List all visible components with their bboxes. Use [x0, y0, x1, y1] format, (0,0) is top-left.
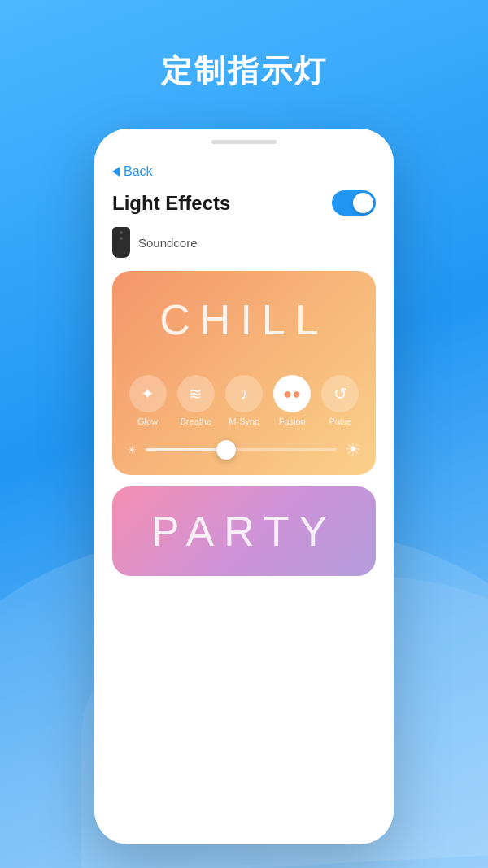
device-name: Soundcore [138, 236, 198, 250]
device-row: Soundcore [112, 227, 376, 258]
effect-icons-row: ✦ Glow ≋ Breathe ♪ M-Sync ●● Fusion [112, 369, 376, 431]
fusion-icon-circle: ●● [273, 375, 311, 412]
party-label: PARTY [151, 507, 338, 556]
breathe-icon-circle: ≋ [177, 375, 215, 412]
party-card: PARTY [112, 486, 376, 576]
chill-card: CHILL ✦ Glow ≋ Breathe ♪ M-Sync [112, 271, 376, 475]
pulse-label: Pulse [329, 417, 352, 426]
toggle-knob [353, 193, 373, 213]
phone-notch [211, 140, 277, 144]
back-label: Back [124, 164, 153, 179]
toggle-switch[interactable] [332, 190, 376, 216]
phone-screen: Back Light Effects Soundcore CHILL [94, 155, 394, 844]
glow-label: Glow [137, 417, 158, 426]
brightness-max-icon: ☀ [345, 439, 361, 460]
brightness-min-icon: ☀ [127, 443, 137, 456]
msync-label: M-Sync [229, 417, 259, 426]
pulse-icon-circle: ↺ [321, 375, 359, 412]
phone-frame: Back Light Effects Soundcore CHILL [94, 129, 394, 844]
msync-effect[interactable]: ♪ M-Sync [225, 375, 263, 426]
brightness-slider-row: ☀ ☀ [112, 431, 376, 475]
glow-effect[interactable]: ✦ Glow [129, 375, 167, 426]
back-chevron-icon [112, 167, 120, 177]
breathe-effect[interactable]: ≋ Breathe [177, 375, 215, 426]
slider-fill [146, 448, 226, 451]
back-button[interactable]: Back [112, 164, 376, 179]
chill-label: CHILL [159, 295, 328, 344]
light-effects-title: Light Effects [112, 192, 230, 215]
slider-thumb[interactable] [216, 440, 236, 460]
pulse-effect[interactable]: ↺ Pulse [321, 375, 359, 426]
fusion-label: Fusion [279, 417, 306, 426]
header-row: Light Effects [112, 190, 376, 216]
page-title: 定制指示灯 [0, 0, 488, 92]
fusion-effect[interactable]: ●● Fusion [273, 375, 311, 426]
device-icon [112, 227, 130, 258]
glow-icon-circle: ✦ [129, 375, 167, 412]
breathe-label: Breathe [181, 417, 212, 426]
slider-track[interactable] [146, 448, 337, 451]
phone-top-bar [94, 129, 394, 155]
chill-label-area: CHILL [112, 271, 376, 369]
msync-icon-circle: ♪ [225, 375, 263, 412]
